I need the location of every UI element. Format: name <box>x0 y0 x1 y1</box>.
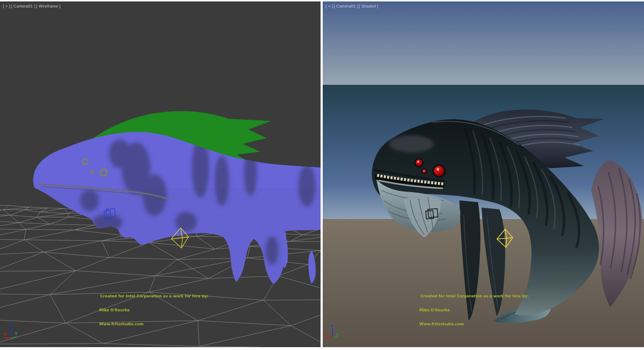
eye-large <box>434 166 444 176</box>
axis-y-label: Y <box>15 332 18 336</box>
attribution-line: Created for Intel Corporation as a work … <box>99 294 209 298</box>
dual-viewport-workspace: [ + ][ Camera01 ][ Wireframe ] <box>0 0 644 350</box>
fish-wireframe-model[interactable] <box>33 111 321 295</box>
eye-medium <box>416 160 423 166</box>
axis-z-label: Z <box>10 324 13 328</box>
viewport-menu-shading[interactable]: [ Wireframe ] <box>36 4 60 8</box>
attribution-line: Created for Intel Corporation as a work … <box>419 294 529 298</box>
viewport-shaded[interactable]: [ + ][ Camera01 ][ Shaded ] <box>323 1 644 347</box>
head-highlight <box>389 135 434 152</box>
axis-z-label: z <box>331 324 333 328</box>
viewport-wireframe[interactable]: [ + ][ Camera01 ][ Wireframe ] <box>0 1 321 347</box>
viewport-menu-plus[interactable]: [ + ] <box>326 4 333 8</box>
tail-filament-2 <box>308 251 316 283</box>
axis-x-label: X <box>4 332 6 336</box>
attribution-line: Www.fritzstudio.com <box>99 322 209 326</box>
attribution-line: Mike O'Rourke <box>99 308 209 312</box>
caudal-fin-mauve <box>591 161 643 307</box>
viewport-menu-plus[interactable]: [ + ] <box>3 4 10 8</box>
viewport-label-left: [ + ][ Camera01 ][ Wireframe ] <box>3 4 61 8</box>
axis-gizmo-left: X Y Z <box>4 324 18 338</box>
viewport-menu-shading[interactable]: [ Shaded ] <box>359 4 378 8</box>
viewport-menu-camera[interactable]: [ Camera01 ] <box>334 4 358 8</box>
viewport-menu-camera[interactable]: [ Camera01 ] <box>11 4 35 8</box>
axis-gizmo-right: x y z <box>325 324 338 337</box>
attribution-line: Www.fritzstudio.com <box>419 322 529 326</box>
axis-y-label: y <box>336 332 338 336</box>
viewport-label-right: [ + ][ Camera01 ][ Shaded ] <box>326 4 379 8</box>
attribution-text-right: Created for Intel Corporation as a work … <box>419 285 529 336</box>
attribution-text-left: Created for Intel Corporation as a work … <box>99 285 209 336</box>
attribution-line: Mike O'Rourke <box>419 308 529 312</box>
axis-x-label: x <box>325 332 327 336</box>
eye-small <box>423 170 426 174</box>
